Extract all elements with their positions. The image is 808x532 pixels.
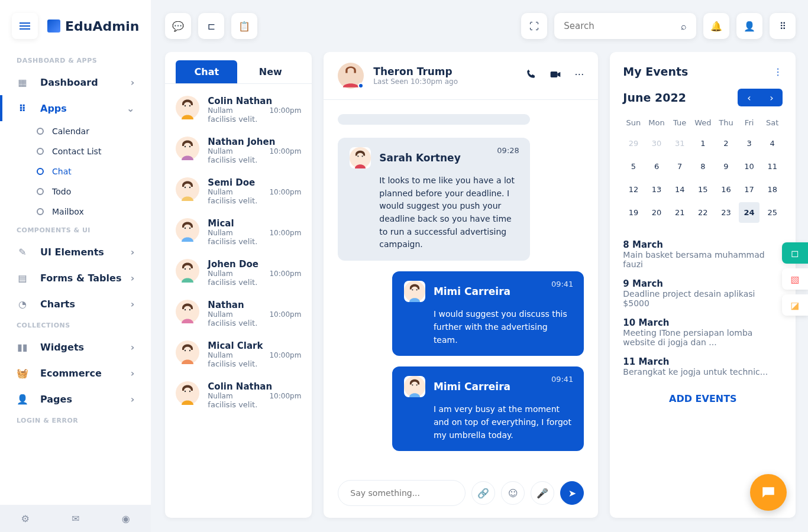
cal-next-button[interactable]: ›: [760, 89, 783, 106]
hamburger-button[interactable]: [12, 13, 38, 39]
cal-day[interactable]: 8: [693, 156, 713, 177]
notifications-button[interactable]: 🔔: [703, 13, 729, 39]
events-more-icon[interactable]: ⋮: [773, 66, 783, 77]
emoji-button[interactable]: ☺: [501, 481, 525, 505]
message-input[interactable]: [350, 488, 453, 498]
mail-icon[interactable]: ✉: [72, 513, 79, 524]
cal-dow: Sun: [623, 115, 644, 131]
search-icon[interactable]: ⌕: [681, 21, 687, 32]
cal-day[interactable]: 24: [739, 202, 759, 223]
contact-item[interactable]: Mical ClarkNullam10:00pmfacilisis velit.: [176, 340, 301, 368]
cal-day[interactable]: 11: [762, 156, 783, 177]
sub-calendar[interactable]: Calendar: [37, 121, 151, 141]
apps-button[interactable]: ⠿: [770, 13, 796, 39]
contact-item[interactable]: Johen DoeNullam10:00pmfacilisis velit.: [176, 259, 301, 287]
nav-section-collections: COLLECTIONS: [0, 317, 151, 334]
nav-charts[interactable]: ◔Charts›: [0, 291, 151, 317]
mic-button[interactable]: 🎤: [531, 481, 554, 505]
sub-todo[interactable]: Todo: [37, 181, 151, 202]
tool-image-icon[interactable]: ▧: [782, 268, 808, 290]
cal-day-prev[interactable]: 30: [646, 133, 667, 154]
svg-point-18: [185, 268, 186, 270]
search-box[interactable]: ⌕: [554, 13, 696, 39]
sub-mailbox[interactable]: Mailbox: [37, 202, 151, 222]
tool-green[interactable]: ◻: [782, 242, 808, 264]
nav-forms[interactable]: ▤Forms & Tables›: [0, 265, 151, 291]
cal-day[interactable]: 10: [739, 156, 759, 177]
cal-day[interactable]: 23: [716, 202, 736, 223]
cal-day[interactable]: 14: [670, 179, 690, 200]
event-item[interactable]: 11 MarchBerangkat ke jogja untuk technic…: [623, 356, 783, 377]
call-icon[interactable]: [526, 69, 536, 83]
nav-ui[interactable]: ✎UI Elements›: [0, 239, 151, 265]
attach-button[interactable]: 🔗: [471, 481, 495, 505]
cal-day[interactable]: 1: [693, 133, 713, 154]
event-item[interactable]: 10 MarchMeeting ITone persiapan lomba we…: [623, 317, 783, 347]
fullscreen-button[interactable]: ⛶: [521, 13, 547, 39]
cal-day[interactable]: 25: [762, 202, 783, 223]
chevron-down-icon: ⌄: [127, 103, 134, 114]
edit-icon: ✎: [17, 246, 28, 258]
nav-ecom[interactable]: 🧺Ecommerce›: [0, 360, 151, 386]
contact-item[interactable]: Nathan JohenNullam10:00pmfacilisis velit…: [176, 137, 301, 164]
cal-day[interactable]: 6: [646, 156, 667, 177]
cal-day[interactable]: 4: [762, 133, 783, 154]
event-item[interactable]: 9 MarchDeadline project desain aplikasi …: [623, 278, 783, 308]
user-button[interactable]: 👤: [736, 13, 762, 39]
tool-chat-icon[interactable]: ◪: [782, 294, 808, 316]
cal-day[interactable]: 18: [762, 179, 783, 200]
nav-widgets[interactable]: ▮▮Widgets›: [0, 334, 151, 360]
chat-avatar[interactable]: [338, 63, 364, 89]
cal-day-prev[interactable]: 31: [670, 133, 690, 154]
video-icon[interactable]: [550, 69, 561, 83]
contact-item[interactable]: NathanNullam10:00pmfacilisis velit.: [176, 300, 301, 327]
tab-new[interactable]: New: [240, 60, 301, 83]
nav-pages[interactable]: 👤Pages›: [0, 386, 151, 412]
cal-day[interactable]: 16: [716, 179, 736, 200]
brand-logo[interactable]: EduAdmin: [47, 19, 139, 34]
cal-prev-button[interactable]: ‹: [738, 89, 760, 106]
message-input-wrap[interactable]: [338, 480, 466, 506]
add-events-button[interactable]: ADD EVENTS: [623, 393, 783, 404]
cal-day[interactable]: 5: [623, 156, 644, 177]
cal-day[interactable]: 7: [670, 156, 690, 177]
cal-day[interactable]: 2: [716, 133, 736, 154]
contact-item[interactable]: MicalNullam10:00pmfacilisis velit.: [176, 218, 301, 246]
cal-day[interactable]: 9: [716, 156, 736, 177]
message-in: 09:28Sarah KortneyIt looks to me like yo…: [338, 138, 529, 261]
cal-day[interactable]: 20: [646, 202, 667, 223]
cal-day[interactable]: 21: [670, 202, 690, 223]
profile-icon[interactable]: ◉: [122, 513, 130, 524]
contact-item[interactable]: Colin NathanNullam10:00pmfacilisis velit…: [176, 381, 301, 409]
contact-item[interactable]: Colin NathanNullam10:00pmfacilisis velit…: [176, 96, 301, 124]
tab-chat[interactable]: Chat: [176, 60, 237, 83]
nav-apps[interactable]: ⠿Apps⌄: [0, 95, 151, 121]
cal-day[interactable]: 12: [623, 179, 644, 200]
event-item[interactable]: 8 MarchMain basket bersama muhammad fauz…: [623, 239, 783, 269]
cal-day[interactable]: 17: [739, 179, 759, 200]
fab-chat-button[interactable]: [750, 474, 787, 511]
nav-dashboard[interactable]: ▦Dashboard›: [0, 69, 151, 95]
search-input[interactable]: [564, 21, 681, 31]
cal-day-prev[interactable]: 29: [623, 133, 644, 154]
contact-item[interactable]: Semi DoeNullam10:00pmfacilisis velit.: [176, 177, 301, 205]
cal-day[interactable]: 15: [693, 179, 713, 200]
svg-point-23: [189, 309, 190, 310]
send-button[interactable]: ➤: [560, 481, 584, 505]
brand-text: EduAdmin: [65, 19, 139, 34]
cal-day[interactable]: 19: [623, 202, 644, 223]
message-out: 09:41Mimi CarreiraI would suggest you di…: [392, 271, 584, 356]
settings-icon[interactable]: ⚙: [21, 513, 30, 524]
clipboard-button[interactable]: 📋: [231, 13, 257, 39]
layout-button[interactable]: ⊏: [198, 13, 224, 39]
sub-contact[interactable]: Contact List: [37, 141, 151, 161]
cal-day[interactable]: 13: [646, 179, 667, 200]
event-text: Meeting ITone persiapan lomba website di…: [623, 328, 783, 347]
cal-day[interactable]: 22: [693, 202, 713, 223]
more-icon[interactable]: ⋯: [574, 69, 584, 83]
chat-bubble-button[interactable]: 💬: [165, 13, 191, 39]
contact-snippet: Nullam: [208, 392, 232, 400]
basket-icon: 🧺: [17, 367, 28, 379]
sub-chat[interactable]: Chat: [37, 161, 151, 181]
cal-day[interactable]: 3: [739, 133, 759, 154]
